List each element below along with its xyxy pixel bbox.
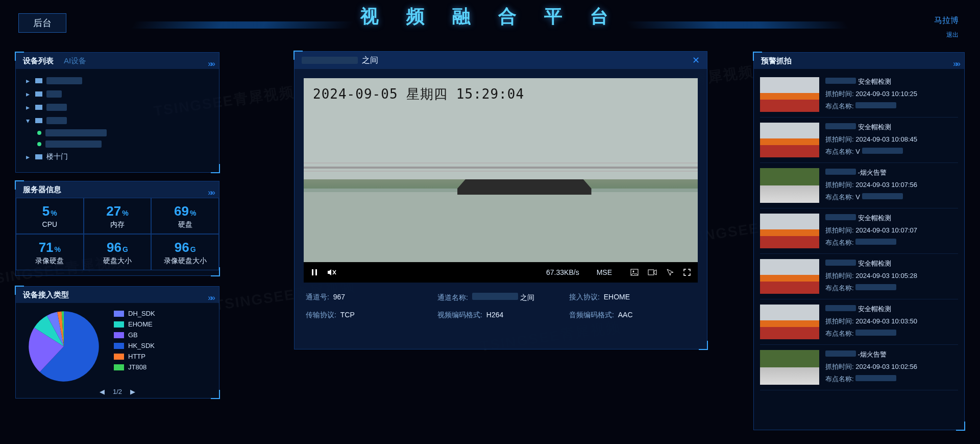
- alert-item[interactable]: 安全帽检测抓拍时间: 2024-09-03 10:10:25布点名称:: [760, 72, 958, 118]
- alert-thumbnail[interactable]: [760, 77, 819, 112]
- legend-item[interactable]: JT808: [114, 362, 155, 372]
- video-player[interactable]: 2024-09-05 星期四 15:29:04 67.33KB/s MSE: [304, 78, 698, 283]
- alert-thumbnail[interactable]: [760, 350, 819, 385]
- server-panel-title: 服务器信息: [23, 181, 61, 198]
- device-tree[interactable]: ▸▸▸▾▸楼十门: [23, 74, 212, 164]
- legend-label: HTTP: [128, 353, 145, 360]
- tree-child[interactable]: [37, 138, 212, 150]
- alert-type: 安全帽检测: [825, 305, 917, 314]
- alert-type-hidden: [825, 305, 856, 311]
- alert-item[interactable]: 安全帽检测抓拍时间: 2024-09-03 10:03:50布点名称:: [760, 299, 958, 345]
- channel-name-suffix: 之间: [520, 293, 534, 301]
- user-name-link[interactable]: 马拉博: [934, 15, 959, 26]
- caret-icon[interactable]: ▸: [26, 77, 31, 85]
- scene-bridge: [304, 167, 698, 169]
- legend-item[interactable]: GB: [114, 330, 155, 340]
- caret-icon[interactable]: ▾: [26, 116, 31, 125]
- tree-label: 楼十门: [46, 152, 68, 161]
- alert-type-hidden: [825, 260, 856, 266]
- legend-item[interactable]: HK_SDK: [114, 340, 155, 351]
- pager-prev-button[interactable]: ◀: [96, 388, 108, 395]
- tree-label-hidden: [45, 129, 107, 136]
- tab-ai-devices[interactable]: AI设备: [64, 53, 86, 69]
- legend-label: DH_SDK: [128, 310, 155, 317]
- legend-item[interactable]: HTTP: [114, 351, 155, 362]
- server-stat-cell: 71%录像硬盘: [16, 234, 84, 270]
- stat-label: CPU: [16, 220, 83, 228]
- tree-node[interactable]: ▸: [23, 74, 212, 87]
- meta-label: 视频编码格式:: [437, 311, 482, 319]
- alert-time: 抓拍时间: 2024-09-03 10:07:07: [825, 226, 917, 235]
- fullscreen-icon[interactable]: [683, 269, 691, 276]
- ptz-icon[interactable]: [666, 268, 674, 276]
- stat-value: 27%: [84, 203, 151, 219]
- logout-link[interactable]: 退出: [946, 31, 959, 39]
- alert-site: 布点名称: V: [825, 147, 917, 156]
- meta-vcodec: 视频编码格式: H264: [437, 311, 564, 320]
- tree-node[interactable]: ▸: [23, 87, 212, 101]
- tree-node[interactable]: ▸: [23, 101, 212, 114]
- alert-thumbnail[interactable]: [760, 123, 819, 157]
- devices-panel-head: 设备列表 AI设备 »»: [16, 53, 219, 69]
- alert-time: 抓拍时间: 2024-09-03 10:03:50: [825, 317, 917, 326]
- video-frame: 2024-09-05 星期四 15:29:04: [304, 78, 698, 262]
- alert-item[interactable]: -烟火告警抓拍时间: 2024-09-03 10:02:56布点名称:: [760, 345, 958, 390]
- scene-water: [304, 192, 698, 262]
- alert-thumbnail[interactable]: [760, 305, 819, 339]
- legend-swatch: [114, 364, 124, 370]
- meta-label: 通道号:: [306, 293, 329, 301]
- app-title: 视 频 融 合 平 台: [360, 4, 620, 29]
- meta-channel-name: 通道名称: 之间: [437, 293, 564, 302]
- alert-item[interactable]: 安全帽检测抓拍时间: 2024-09-03 10:07:07布点名称:: [760, 208, 958, 254]
- meta-label: 音频编码格式:: [569, 311, 614, 319]
- chevrons-icon: »»: [208, 184, 214, 201]
- server-panel: 服务器信息 »» 5%CPU27%内存69%硬盘71%录像硬盘96G硬盘大小96…: [15, 181, 219, 276]
- tab-device-list[interactable]: 设备列表: [23, 53, 54, 69]
- tree-label-hidden: [45, 141, 102, 148]
- back-button[interactable]: 后台: [18, 13, 66, 33]
- alert-time: 抓拍时间: 2024-09-03 10:05:28: [825, 271, 917, 281]
- alert-item[interactable]: 安全帽检测抓拍时间: 2024-09-03 10:08:45布点名称: V: [760, 118, 958, 163]
- alert-list[interactable]: 安全帽检测抓拍时间: 2024-09-03 10:10:25布点名称: 安全帽检…: [754, 69, 964, 430]
- alert-thumbnail[interactable]: [760, 168, 819, 203]
- caret-icon[interactable]: ▸: [26, 153, 31, 161]
- legend-label: JT808: [128, 363, 146, 371]
- legend-label: HK_SDK: [128, 342, 155, 349]
- legend-item[interactable]: DH_SDK: [114, 308, 155, 319]
- tree-label-hidden: [46, 117, 67, 124]
- types-panel-title: 设备接入类型: [23, 287, 69, 303]
- online-dot-icon: [37, 142, 41, 146]
- device-icon: [35, 91, 42, 97]
- alert-meta: 安全帽检测抓拍时间: 2024-09-03 10:05:28布点名称:: [825, 259, 917, 294]
- device-icon: [35, 105, 42, 110]
- snapshot-icon[interactable]: [630, 269, 639, 276]
- alert-site: 布点名称:: [825, 102, 917, 111]
- alert-site-hidden: [855, 330, 896, 336]
- video-close-button[interactable]: ✕: [692, 55, 700, 66]
- alert-item[interactable]: -烟火告警抓拍时间: 2024-09-03 10:07:56布点名称: V: [760, 163, 958, 208]
- tree-node[interactable]: ▾: [23, 114, 212, 127]
- caret-icon[interactable]: ▸: [26, 90, 31, 98]
- alert-type: 安全帽检测: [825, 123, 917, 132]
- pager-text: 1/2: [110, 388, 125, 395]
- stat-value: 96G: [84, 240, 151, 255]
- stat-value: 5%: [16, 203, 83, 219]
- legend-item[interactable]: EHOME: [114, 319, 155, 330]
- pause-icon[interactable]: [311, 269, 318, 276]
- alert-site-hidden: [855, 284, 896, 290]
- mute-icon[interactable]: [327, 269, 336, 276]
- alert-thumbnail[interactable]: [760, 259, 819, 294]
- channel-name-hidden: [472, 293, 518, 300]
- record-icon[interactable]: [648, 269, 657, 276]
- meta-trans-proto: 传输协议: TCP: [306, 311, 432, 320]
- alert-meta: -烟火告警抓拍时间: 2024-09-03 10:02:56布点名称:: [825, 350, 917, 385]
- alert-item[interactable]: 安全帽检测抓拍时间: 2024-09-03 10:05:28布点名称:: [760, 254, 958, 299]
- pager-next-button[interactable]: ▶: [127, 388, 138, 395]
- alert-thumbnail[interactable]: [760, 214, 819, 248]
- tree-node[interactable]: ▸楼十门: [23, 150, 212, 164]
- legend-swatch: [114, 354, 124, 360]
- alert-meta: 安全帽检测抓拍时间: 2024-09-03 10:10:25布点名称:: [825, 77, 917, 112]
- alert-meta: -烟火告警抓拍时间: 2024-09-03 10:07:56布点名称: V: [825, 168, 917, 203]
- caret-icon[interactable]: ▸: [26, 103, 31, 111]
- tree-child[interactable]: [37, 127, 212, 138]
